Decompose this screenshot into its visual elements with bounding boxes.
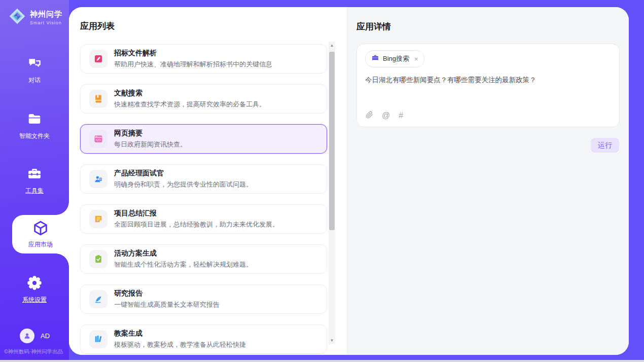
person-doc-icon [89,170,108,188]
sidebar: 神州问学 Smart Vision 对话 智能文件夹 [0,0,69,360]
app-desc: 明确身份和职责，为您提供专业性的面试问题。 [114,180,253,189]
sidebar-item-label: 智能文件夹 [0,132,69,140]
app-desc: 智能生成个性化活动方案，轻松解决规划难题。 [114,260,253,269]
paperclip-icon[interactable] [366,111,373,120]
gear-icon [27,283,42,292]
composer-toolbar: @ # [366,111,403,120]
app-name: 活动方案生成 [114,249,253,258]
avatar [20,329,34,343]
app-desc: 全面回顾项目进展，总结经验教训，助力未来优化发展。 [114,220,279,229]
doc-pen-icon [89,50,108,68]
at-icon[interactable]: @ [382,112,390,120]
app-list-title: 应用列表 [80,20,327,32]
briefcase-icon [371,54,379,64]
app-name: 教案生成 [114,329,246,338]
logo-subtitle: Smart Vision [30,20,62,25]
books-icon [89,330,108,348]
user-account[interactable]: AD [20,329,50,343]
app-name: 网页摘要 [114,129,187,138]
sidebar-item-label: 系统设置 [0,296,69,304]
book-icon [89,90,108,108]
prompt-text[interactable]: 今日湖北有哪些新闻要点？有哪些需要关注的最新政策？ [365,76,611,85]
app-name: 研究报告 [114,289,220,298]
copyright-text: ©神州数码·神州问学出品 [4,348,69,355]
sidebar-item-app-market[interactable]: 应用市场 [12,215,69,254]
run-button[interactable]: 运行 [591,138,619,153]
sidebar-item-label: 工具集 [0,187,69,195]
app-name: 项目总结汇报 [114,209,279,218]
sidebar-item-settings[interactable]: 系统设置 [0,275,69,304]
app-desc: 快速精准查找学术资源，提高研究效率的必备工具。 [114,100,266,109]
list-item-event-plan[interactable]: 活动方案生成 智能生成个性化活动方案，轻松解决规划难题。 [80,244,327,274]
toolbox-icon [27,174,42,183]
list-scrollbar[interactable]: ▲ ▼ [329,42,335,344]
list-item-pm-interviewer[interactable]: 产品经理面试官 明确身份和职责，为您提供专业性的面试问题。 [80,164,327,194]
composer-card[interactable]: Bing搜索 × 今日湖北有哪些新闻要点？有哪些需要关注的最新政策？ @ # [356,44,620,127]
app-desc: 帮助用户快速、准确地理解和解析招标书中的关键信息 [114,60,272,69]
main-content: 应用列表 招标文件解析 帮助用户快速、准确地理解和解析招标书中的关键信息 [69,7,629,355]
svg-text:</>: </> [96,138,101,141]
browser-code-icon: </> [89,130,108,148]
gem-logo-icon [8,7,26,27]
sidebar-item-label: 应用市场 [12,240,69,249]
sidebar-item-chat[interactable]: 对话 [0,56,69,85]
app-logo: 神州问学 Smart Vision [8,7,62,27]
app-list: 招标文件解析 帮助用户快速、准确地理解和解析招标书中的关键信息 文献搜索 [80,44,327,354]
scrollbar-thumb[interactable] [329,52,335,230]
user-name: AD [41,332,50,340]
app-detail-title: 应用详情 [356,21,620,32]
list-item-web-summary[interactable]: </> 网页摘要 每日政府新闻资讯快查。 [80,124,327,154]
list-item-literature-search[interactable]: 文献搜索 快速精准查找学术资源，提高研究效率的必备工具。 [80,84,327,114]
scroll-up-icon[interactable]: ▲ [329,42,335,49]
cube-icon [32,230,49,238]
tool-tag-label: Bing搜索 [383,54,409,63]
hash-icon[interactable]: # [399,112,403,120]
list-item-bid-parse[interactable]: 招标文件解析 帮助用户快速、准确地理解和解析招标书中的关键信息 [80,44,327,74]
logo-title: 神州问学 [30,10,62,19]
sidebar-item-smart-folder[interactable]: 智能文件夹 [0,112,69,140]
sidebar-item-toolset[interactable]: 工具集 [0,166,69,195]
ink-pen-icon [89,290,108,308]
app-desc: 模板驱动，教案秒成，教学准备从此轻松快捷 [114,340,246,349]
app-desc: 每日政府新闻资讯快查。 [114,140,187,149]
clipboard-check-icon [89,250,108,268]
tool-tag-bing-search[interactable]: Bing搜索 × [365,50,424,67]
note-icon [89,210,108,228]
sidebar-item-label: 对话 [0,76,69,85]
scroll-down-icon[interactable]: ▼ [329,337,335,344]
app-detail-panel: 应用详情 Bing搜索 × 今日湖北有哪些新闻要点？有哪些需要关注的最新政策？ [346,7,629,355]
app-name: 产品经理面试官 [114,169,253,178]
chat-icon [27,64,42,73]
list-item-lesson-plan[interactable]: 教案生成 模板驱动，教案秒成，教学准备从此轻松快捷 [80,324,327,354]
app-list-panel: 应用列表 招标文件解析 帮助用户快速、准确地理解和解析招标书中的关键信息 [69,7,346,355]
close-icon[interactable]: × [414,55,418,63]
list-item-research-report[interactable]: 研究报告 一键智能生成高质量长文本研究报告 [80,284,327,314]
list-item-project-summary[interactable]: 项目总结汇报 全面回顾项目进展，总结经验教训，助力未来优化发展。 [80,204,327,234]
app-desc: 一键智能生成高质量长文本研究报告 [114,300,220,309]
app-name: 招标文件解析 [114,49,272,58]
folder-icon [27,120,42,128]
bottom-edge-strip [0,360,644,362]
app-name: 文献搜索 [114,89,266,98]
